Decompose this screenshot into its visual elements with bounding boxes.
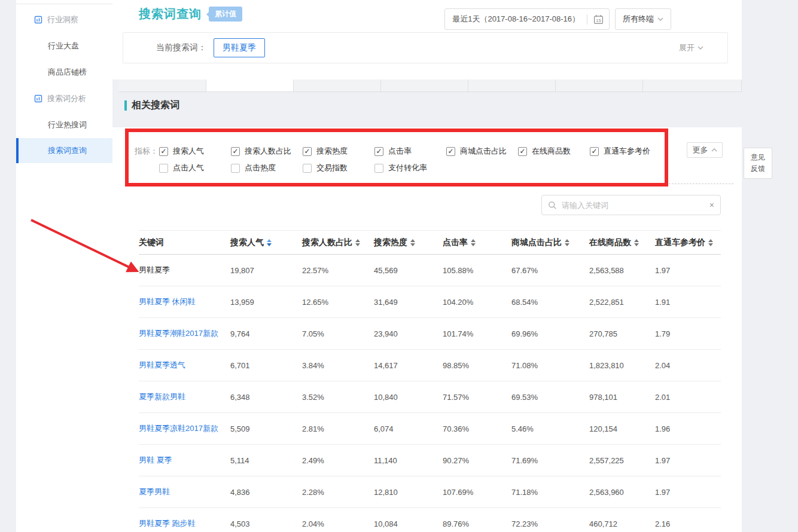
tab-strip [119,80,742,92]
keyword-cell[interactable]: 男鞋夏季 休闲鞋 [139,296,230,307]
metric-checkbox[interactable]: 商城点击占比 [446,146,518,157]
metric-checkbox[interactable]: 交易指数 [303,163,374,173]
tab-segment[interactable] [381,80,468,91]
sidebar-group-search-analysis[interactable]: 搜索词分析 [16,85,112,112]
metric-checkbox[interactable]: 在线商品数 [518,146,590,157]
current-keyword-button[interactable]: 男鞋夏季 [214,38,265,57]
cell-search-heat: 11,140 [374,456,443,465]
keyword-cell[interactable]: 夏季新款男鞋 [139,392,230,402]
checkbox-box[interactable] [590,147,599,156]
cell-ztc-reference-price: 1.97 [655,266,721,275]
checkbox-box[interactable] [303,164,312,173]
cell-ztc-reference-price: 2.16 [655,519,721,528]
checkbox-box[interactable] [518,147,527,156]
cell-mall-click-ratio: 71.69% [511,456,589,465]
expand-toggle[interactable]: 展开 [679,42,703,53]
metric-checkbox[interactable]: 搜索人气 [159,146,231,157]
checkbox-box[interactable] [231,164,240,173]
sort-arrows-icon[interactable] [634,239,639,246]
column-header-label: 搜索热度 [374,237,407,248]
table-row: 男鞋夏季潮鞋2017新款 9,764 7.05% 23,940 101.74% … [139,318,721,350]
checkbox-box[interactable] [446,147,455,156]
tab-segment[interactable] [119,80,206,91]
column-header[interactable]: 在线商品数 [589,237,655,248]
metric-checkbox[interactable]: 点击热度 [231,163,303,173]
chevron-down-icon [657,17,663,21]
sort-arrows-icon[interactable] [267,239,272,246]
checkbox-box[interactable] [159,147,168,156]
cell-search-popularity: 6,348 [230,393,302,402]
tab-segment[interactable] [206,80,294,91]
keyword-cell[interactable]: 男鞋夏季 跑步鞋 [139,518,230,529]
metric-checkbox[interactable]: 支付转化率 [374,163,458,173]
cell-online-products: 2,563,960 [589,488,655,497]
cell-mall-click-ratio: 72.23% [511,519,589,528]
sidebar-group-industry-insight[interactable]: 行业洞察 [16,7,112,33]
sort-arrows-icon[interactable] [410,239,415,246]
table-row: 男鞋夏季凉鞋2017新款 5,509 2.81% 6,074 70.36% 5.… [139,413,721,445]
cell-search-popularity: 4,836 [230,488,302,497]
tab-segment[interactable] [556,80,643,91]
sidebar-item-search-word-query[interactable]: 搜索词查询 [16,138,112,163]
chart-folder-icon [34,94,42,103]
chart-folder-icon [34,16,42,24]
cell-ztc-reference-price: 2.04 [655,361,721,370]
table-header-row: 关键词 搜索人气 搜索人数占比 搜索热度 [139,230,721,255]
sidebar-item-product-shop-rank[interactable]: 商品店铺榜 [16,59,112,85]
sort-arrows-icon[interactable] [708,239,713,246]
checkbox-box[interactable] [231,147,240,156]
more-button[interactable]: 更多 [687,142,723,158]
date-range-picker[interactable]: 最近1天（2017-08-16~2017-08-16） 15 [444,8,610,30]
column-header[interactable]: 关键词 [139,237,230,248]
cell-online-products: 2,557,225 [589,456,655,465]
cell-mall-click-ratio: 69.96% [511,329,589,338]
table-row: 夏季新款男鞋 6,348 3.52% 10,840 71.57% 69.53% … [139,381,721,413]
column-header-label: 关键词 [139,237,164,248]
sort-arrows-icon[interactable] [355,239,360,246]
cell-click-rate: 105.88% [443,266,511,275]
metric-checkbox[interactable]: 直通车参考价 [590,146,674,157]
sort-arrows-icon[interactable] [471,239,476,246]
keyword-cell[interactable]: 夏季男鞋 [139,487,230,497]
dashed-divider [127,184,733,184]
metric-checkbox[interactable]: 点击率 [374,146,446,157]
search-input[interactable] [562,201,705,210]
keyword-cell[interactable]: 男鞋 夏季 [139,455,230,466]
column-header[interactable]: 搜索热度 [374,237,443,248]
tab-segment[interactable] [468,80,556,91]
search-icon [548,201,557,210]
keyword-cell[interactable]: 男鞋夏季潮鞋2017新款 [139,328,230,339]
keyword-cell[interactable]: 男鞋夏季凉鞋2017新款 [139,423,230,434]
checkbox-label: 在线商品数 [532,146,571,157]
checkbox-box[interactable] [303,147,312,156]
metric-checkbox[interactable]: 搜索人数占比 [231,146,303,157]
cell-searcher-ratio: 2.49% [302,456,374,465]
checkbox-label: 直通车参考价 [604,146,650,157]
tab-segment[interactable] [643,80,742,91]
feedback-button[interactable]: 意见 反馈 [744,148,772,179]
checkbox-box[interactable] [374,164,383,173]
column-header[interactable]: 商城点击占比 [511,237,589,248]
sidebar-item-industry-market[interactable]: 行业大盘 [16,33,112,59]
table-row: 男鞋夏季 19,807 22.57% 45,569 105.88% 67.67%… [139,255,721,286]
cell-search-popularity: 9,764 [230,329,302,338]
cumulative-value-badge: 累计值 [209,7,242,22]
table-body: 男鞋夏季 19,807 22.57% 45,569 105.88% 67.67%… [139,255,721,532]
column-header[interactable]: 点击率 [443,237,511,248]
checkbox-box[interactable] [374,147,383,156]
keyword-cell[interactable]: 男鞋夏季透气 [139,360,230,371]
column-header[interactable]: 直通车参考价 [655,237,721,248]
column-header[interactable]: 搜索人气 [230,237,302,248]
terminal-dropdown[interactable]: 所有终端 [615,8,671,30]
metric-checkbox[interactable]: 搜索热度 [303,146,374,157]
clear-icon[interactable]: × [709,200,714,210]
metric-checkbox[interactable]: 点击人气 [159,163,231,173]
tab-segment[interactable] [294,80,381,91]
sort-arrows-icon[interactable] [565,239,569,246]
column-header[interactable]: 搜索人数占比 [302,237,374,248]
sidebar-item-hot-search-words[interactable]: 行业热搜词 [16,112,112,138]
checkbox-box[interactable] [159,164,168,173]
keyword-cell[interactable]: 男鞋夏季 [139,265,230,276]
sidebar: 行业洞察 行业大盘 商品店铺榜 搜索词分析 行业热搜词 搜索词查询 [16,0,112,532]
calendar-button[interactable]: 15 [587,14,609,25]
